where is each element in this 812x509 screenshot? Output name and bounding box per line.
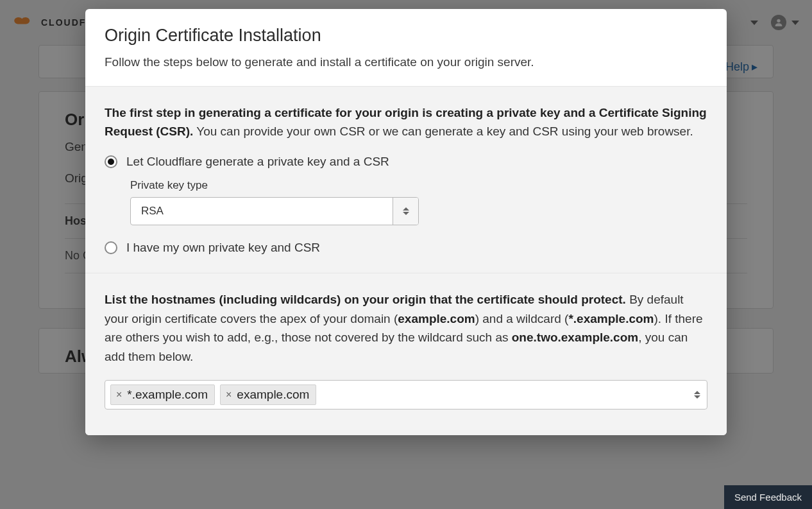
- tag-label: example.com: [237, 388, 309, 402]
- origin-cert-modal: Origin Certificate Installation Follow t…: [85, 9, 727, 435]
- triangle-up-icon: [694, 391, 700, 394]
- key-type-select[interactable]: RSA: [130, 197, 419, 225]
- modal-header: Origin Certificate Installation Follow t…: [85, 9, 727, 87]
- modal-subtitle: Follow the steps below to generate and i…: [105, 53, 707, 72]
- radio-own-label: I have my own private key and CSR: [126, 241, 320, 255]
- step-1-section: The first step in generating a certifica…: [85, 87, 727, 274]
- key-type-label: Private key type: [130, 179, 707, 192]
- feedback-label: Send Feedback: [734, 492, 802, 503]
- step2-bold: List the hostnames (including wildcards)…: [105, 293, 626, 306]
- triangle-down-icon: [694, 395, 700, 399]
- hostnames-input[interactable]: × *.example.com × example.com: [105, 380, 707, 410]
- select-stepper-icon[interactable]: [393, 198, 418, 225]
- radio-generate-row[interactable]: Let Cloudflare generate a private key an…: [105, 155, 707, 169]
- send-feedback-button[interactable]: Send Feedback: [724, 485, 812, 509]
- radio-generate-label: Let Cloudflare generate a private key an…: [126, 155, 389, 169]
- modal-title: Origin Certificate Installation: [105, 26, 707, 46]
- radio-generate[interactable]: [105, 155, 117, 168]
- key-type-value: RSA: [131, 198, 393, 225]
- hostname-tag: × *.example.com: [110, 384, 215, 405]
- triangle-up-icon: [403, 207, 409, 211]
- radio-own[interactable]: [105, 241, 117, 254]
- triangle-down-icon: [403, 212, 409, 215]
- tag-remove-icon[interactable]: ×: [116, 389, 122, 401]
- step1-rest: You can provide your own CSR or we can g…: [193, 125, 693, 138]
- key-type-field: Private key type RSA: [130, 179, 707, 225]
- hostname-tag: × example.com: [220, 384, 316, 405]
- step2-text: List the hostnames (including wildcards)…: [105, 290, 707, 366]
- tag-expand-icon[interactable]: [694, 391, 700, 399]
- tag-remove-icon[interactable]: ×: [226, 389, 232, 401]
- step-2-section: List the hostnames (including wildcards)…: [85, 273, 727, 435]
- radio-own-row[interactable]: I have my own private key and CSR: [105, 241, 707, 255]
- step1-text: The first step in generating a certifica…: [105, 103, 707, 141]
- tag-label: *.example.com: [127, 388, 208, 402]
